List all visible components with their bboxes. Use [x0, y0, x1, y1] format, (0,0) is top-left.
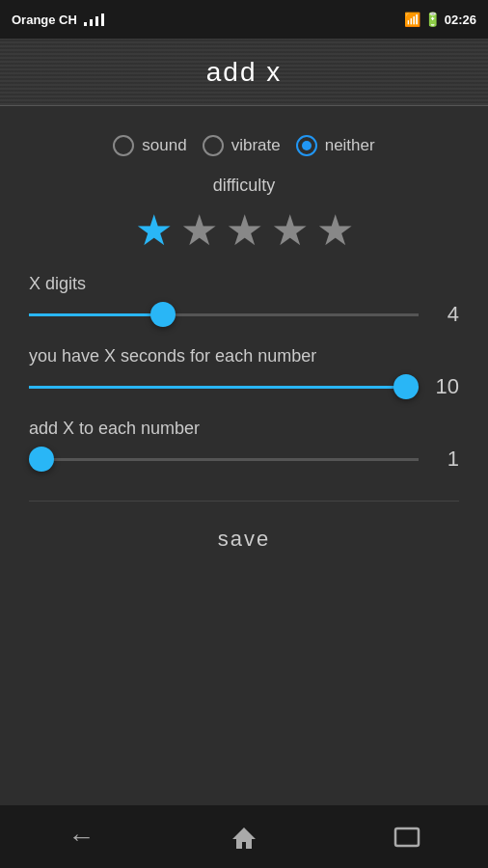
wifi-icon: 📶 [404, 12, 420, 27]
page-title: add x [206, 57, 283, 88]
navigation-bar: ← [0, 805, 488, 868]
x-digits-label: X digits [29, 274, 459, 294]
x-digits-value: 4 [432, 302, 459, 327]
radio-option-vibrate[interactable]: vibrate [203, 135, 281, 156]
radio-label-neither: neither [325, 136, 375, 155]
battery-icon: 🔋 [424, 12, 441, 27]
radio-label-vibrate: vibrate [231, 136, 281, 155]
radio-option-neither[interactable]: neither [296, 135, 375, 156]
signal-bars [83, 13, 105, 26]
radio-circle-neither[interactable] [296, 135, 317, 156]
carrier-info: Orange CH [12, 13, 105, 27]
add-x-section: add X to each number 1 [29, 419, 459, 472]
radio-option-sound[interactable]: sound [113, 135, 186, 156]
home-button[interactable] [230, 824, 258, 851]
add-x-value: 1 [432, 447, 459, 472]
star-1[interactable]: ★ [135, 205, 173, 255]
star-5[interactable]: ★ [316, 205, 354, 255]
seconds-slider-row: 10 [29, 374, 459, 399]
star-rating[interactable]: ★ ★ ★ ★ ★ [135, 205, 354, 255]
seconds-value: 10 [432, 374, 459, 399]
star-4[interactable]: ★ [271, 205, 309, 255]
svg-marker-0 [232, 827, 256, 849]
svg-rect-1 [395, 828, 419, 846]
recents-button[interactable] [393, 827, 420, 848]
star-3[interactable]: ★ [226, 205, 263, 255]
radio-circle-vibrate[interactable] [203, 135, 224, 156]
radio-label-sound: sound [142, 136, 186, 155]
time-display: 02:26 [445, 13, 476, 27]
status-bar: Orange CH 📶 🔋 02:26 [0, 0, 488, 39]
add-x-slider-wrapper [29, 458, 419, 461]
star-2[interactable]: ★ [180, 205, 218, 255]
carrier-label: Orange CH [12, 13, 77, 27]
add-x-slider[interactable] [29, 458, 419, 461]
radio-circle-sound[interactable] [113, 135, 134, 156]
save-button[interactable]: save [179, 517, 309, 561]
x-digits-slider-row: 4 [29, 302, 459, 327]
seconds-label: you have X seconds for each number [29, 346, 459, 366]
status-icons: 📶 🔋 02:26 [404, 12, 476, 27]
add-x-slider-row: 1 [29, 447, 459, 472]
difficulty-label: difficulty [213, 176, 276, 196]
add-x-label: add X to each number [29, 419, 459, 439]
main-content: sound vibrate neither difficulty ★ ★ ★ ★… [0, 106, 488, 581]
back-button[interactable]: ← [68, 822, 95, 853]
seconds-slider-wrapper [29, 386, 419, 389]
x-digits-slider[interactable] [29, 313, 419, 316]
notification-radio-group: sound vibrate neither [29, 135, 459, 156]
x-digits-slider-wrapper [29, 313, 419, 316]
difficulty-section: difficulty ★ ★ ★ ★ ★ [29, 176, 459, 255]
seconds-slider[interactable] [29, 386, 419, 389]
header: add x [0, 39, 488, 106]
save-section: save [29, 501, 459, 561]
seconds-section: you have X seconds for each number 10 [29, 346, 459, 399]
x-digits-section: X digits 4 [29, 274, 459, 327]
